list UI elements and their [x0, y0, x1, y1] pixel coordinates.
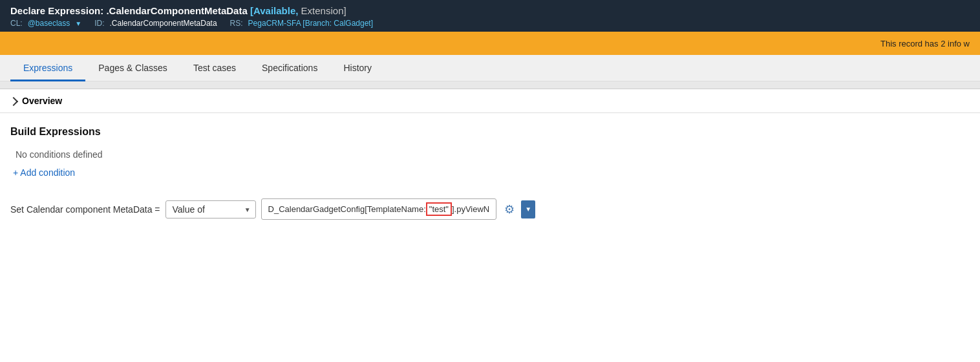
- title-type: Extension]: [301, 5, 346, 16]
- overview-label: Overview: [22, 96, 62, 106]
- value-of-select[interactable]: Value of: [165, 200, 256, 218]
- header-title: Declare Expression: .CalendarComponentMe…: [10, 5, 970, 16]
- expr-value-field[interactable]: D_CalendarGadgetConfig[TemplateName:"tes…: [261, 198, 497, 220]
- overview-section[interactable]: Overview: [0, 89, 980, 113]
- overview-chevron-icon: [9, 97, 18, 106]
- expression-row: Set Calendar component MetaData = Value …: [10, 198, 970, 220]
- tab-test-cases[interactable]: Test cases: [180, 55, 249, 81]
- cl-label: CL:: [10, 19, 23, 28]
- build-title: Build Expressions: [10, 126, 970, 138]
- dropdown-arrow-button[interactable]: ▼: [521, 200, 535, 218]
- title-prefix: Declare Expression:: [10, 5, 106, 16]
- rs-label: RS:: [230, 19, 243, 28]
- tab-history[interactable]: History: [330, 55, 385, 81]
- value-of-select-wrapper: Value of: [165, 200, 256, 218]
- add-condition-button[interactable]: + Add condition: [10, 167, 75, 178]
- rs-value: PegaCRM-SFA [Branch: CalGadget]: [248, 19, 373, 28]
- header-meta: CL: @baseclass ▼ ID: .CalendarComponentM…: [10, 19, 970, 28]
- tab-pages-classes[interactable]: Pages & Classes: [85, 55, 180, 81]
- gear-icon[interactable]: ⚙: [504, 202, 515, 217]
- cl-dropdown-icon[interactable]: ▼: [75, 20, 81, 27]
- header: Declare Expression: .CalendarComponentMe…: [0, 0, 980, 32]
- tabs-bar: Expressions Pages & Classes Test cases S…: [0, 55, 980, 81]
- field-value-prefix: D_CalendarGadgetConfig[TemplateName:: [268, 204, 426, 214]
- warning-text: This record has 2 info w: [880, 39, 970, 48]
- warning-banner: This record has 2 info w: [0, 32, 980, 55]
- title-status: [Available,: [250, 5, 298, 16]
- expr-label: Set Calendar component MetaData =: [10, 204, 160, 215]
- id-label: ID:: [94, 19, 104, 28]
- secondary-bar: [0, 81, 980, 89]
- cl-value[interactable]: @baseclass: [28, 19, 70, 28]
- build-section: Build Expressions No conditions defined …: [0, 113, 980, 233]
- id-value: .CalendarComponentMetaData: [109, 19, 217, 28]
- field-highlighted-value: "test": [426, 202, 452, 216]
- tab-expressions[interactable]: Expressions: [10, 55, 85, 81]
- tab-specifications[interactable]: Specifications: [249, 55, 330, 81]
- field-value-suffix: ].pyViewN: [452, 204, 489, 214]
- no-conditions-text: No conditions defined: [10, 149, 970, 160]
- title-id: .CalendarComponentMetaData: [106, 5, 247, 16]
